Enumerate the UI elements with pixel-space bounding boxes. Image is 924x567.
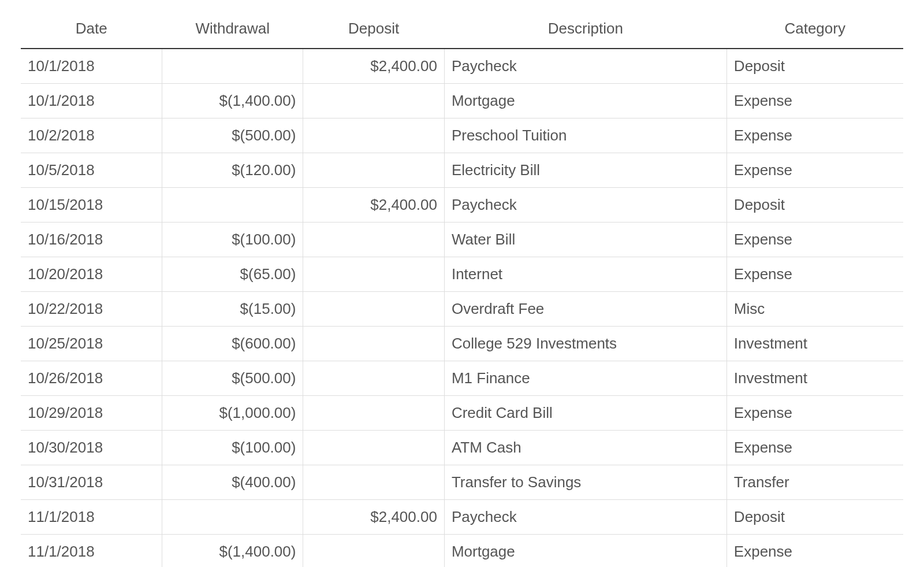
table-row: 10/20/2018$(65.00)InternetExpense: [21, 257, 903, 292]
table-row: 11/1/2018$(1,400.00)MortgageExpense: [21, 535, 903, 568]
transactions-table: Date Withdrawal Deposit Description Cate…: [21, 12, 903, 567]
table-header-row: Date Withdrawal Deposit Description Cate…: [21, 12, 903, 49]
table-row: 11/1/2018$2,400.00PaycheckDeposit: [21, 500, 903, 535]
cell-deposit: $2,400.00: [303, 188, 444, 223]
cell-category: Deposit: [726, 188, 903, 223]
cell-date: 10/26/2018: [21, 361, 162, 396]
cell-withdrawal: [162, 500, 303, 535]
table-row: 10/29/2018$(1,000.00)Credit Card BillExp…: [21, 396, 903, 431]
cell-withdrawal: $(15.00): [162, 292, 303, 327]
table-row: 10/26/2018$(500.00)M1 FinanceInvestment: [21, 361, 903, 396]
cell-date: 10/2/2018: [21, 118, 162, 153]
cell-deposit: [303, 223, 444, 257]
cell-withdrawal: $(1,400.00): [162, 84, 303, 118]
table-row: 10/22/2018$(15.00)Overdraft FeeMisc: [21, 292, 903, 327]
cell-deposit: [303, 327, 444, 361]
cell-date: 10/30/2018: [21, 431, 162, 465]
cell-category: Expense: [726, 431, 903, 465]
cell-description: Mortgage: [444, 535, 726, 568]
cell-description: Paycheck: [444, 500, 726, 535]
cell-description: Electricity Bill: [444, 153, 726, 188]
cell-date: 10/20/2018: [21, 257, 162, 292]
cell-deposit: $2,400.00: [303, 49, 444, 84]
cell-withdrawal: $(100.00): [162, 431, 303, 465]
cell-deposit: [303, 361, 444, 396]
cell-category: Expense: [726, 223, 903, 257]
table-row: 10/25/2018$(600.00)College 529 Investmen…: [21, 327, 903, 361]
cell-description: Paycheck: [444, 49, 726, 84]
cell-category: Expense: [726, 153, 903, 188]
cell-description: Overdraft Fee: [444, 292, 726, 327]
cell-category: Deposit: [726, 500, 903, 535]
cell-description: Credit Card Bill: [444, 396, 726, 431]
cell-description: M1 Finance: [444, 361, 726, 396]
cell-category: Misc: [726, 292, 903, 327]
cell-category: Expense: [726, 257, 903, 292]
cell-withdrawal: $(1,000.00): [162, 396, 303, 431]
table-row: 10/1/2018$2,400.00PaycheckDeposit: [21, 49, 903, 84]
cell-date: 10/31/2018: [21, 465, 162, 500]
cell-withdrawal: $(65.00): [162, 257, 303, 292]
cell-deposit: [303, 84, 444, 118]
cell-withdrawal: [162, 188, 303, 223]
table-row: 10/16/2018$(100.00)Water BillExpense: [21, 223, 903, 257]
cell-deposit: [303, 292, 444, 327]
header-deposit: Deposit: [303, 12, 444, 49]
table-row: 10/1/2018$(1,400.00)MortgageExpense: [21, 84, 903, 118]
cell-withdrawal: $(1,400.00): [162, 535, 303, 568]
cell-description: Preschool Tuition: [444, 118, 726, 153]
cell-deposit: [303, 396, 444, 431]
cell-description: Internet: [444, 257, 726, 292]
cell-date: 10/22/2018: [21, 292, 162, 327]
table-row: 10/31/2018$(400.00)Transfer to SavingsTr…: [21, 465, 903, 500]
cell-deposit: $2,400.00: [303, 500, 444, 535]
cell-deposit: [303, 535, 444, 568]
cell-deposit: [303, 257, 444, 292]
header-date: Date: [21, 12, 162, 49]
cell-description: Transfer to Savings: [444, 465, 726, 500]
header-category: Category: [726, 12, 903, 49]
cell-description: Paycheck: [444, 188, 726, 223]
cell-description: Water Bill: [444, 223, 726, 257]
cell-description: College 529 Investments: [444, 327, 726, 361]
cell-category: Expense: [726, 396, 903, 431]
cell-date: 10/1/2018: [21, 49, 162, 84]
cell-description: Mortgage: [444, 84, 726, 118]
cell-description: ATM Cash: [444, 431, 726, 465]
table-row: 10/2/2018$(500.00)Preschool TuitionExpen…: [21, 118, 903, 153]
cell-deposit: [303, 431, 444, 465]
cell-category: Deposit: [726, 49, 903, 84]
table-row: 10/5/2018$(120.00)Electricity BillExpens…: [21, 153, 903, 188]
table-row: 10/15/2018$2,400.00PaycheckDeposit: [21, 188, 903, 223]
cell-deposit: [303, 118, 444, 153]
cell-date: 10/25/2018: [21, 327, 162, 361]
cell-category: Investment: [726, 361, 903, 396]
cell-date: 11/1/2018: [21, 500, 162, 535]
cell-category: Expense: [726, 84, 903, 118]
cell-withdrawal: [162, 49, 303, 84]
cell-date: 10/1/2018: [21, 84, 162, 118]
table-body: 10/1/2018$2,400.00PaycheckDeposit10/1/20…: [21, 49, 903, 567]
header-description: Description: [444, 12, 726, 49]
cell-date: 10/15/2018: [21, 188, 162, 223]
table-row: 10/30/2018$(100.00)ATM CashExpense: [21, 431, 903, 465]
cell-category: Transfer: [726, 465, 903, 500]
cell-withdrawal: $(400.00): [162, 465, 303, 500]
cell-category: Expense: [726, 535, 903, 568]
cell-withdrawal: $(500.00): [162, 118, 303, 153]
header-withdrawal: Withdrawal: [162, 12, 303, 49]
cell-withdrawal: $(120.00): [162, 153, 303, 188]
cell-date: 10/5/2018: [21, 153, 162, 188]
cell-date: 10/16/2018: [21, 223, 162, 257]
cell-date: 10/29/2018: [21, 396, 162, 431]
cell-deposit: [303, 153, 444, 188]
cell-withdrawal: $(500.00): [162, 361, 303, 396]
cell-deposit: [303, 465, 444, 500]
cell-withdrawal: $(100.00): [162, 223, 303, 257]
cell-category: Investment: [726, 327, 903, 361]
cell-date: 11/1/2018: [21, 535, 162, 568]
cell-withdrawal: $(600.00): [162, 327, 303, 361]
cell-category: Expense: [726, 118, 903, 153]
